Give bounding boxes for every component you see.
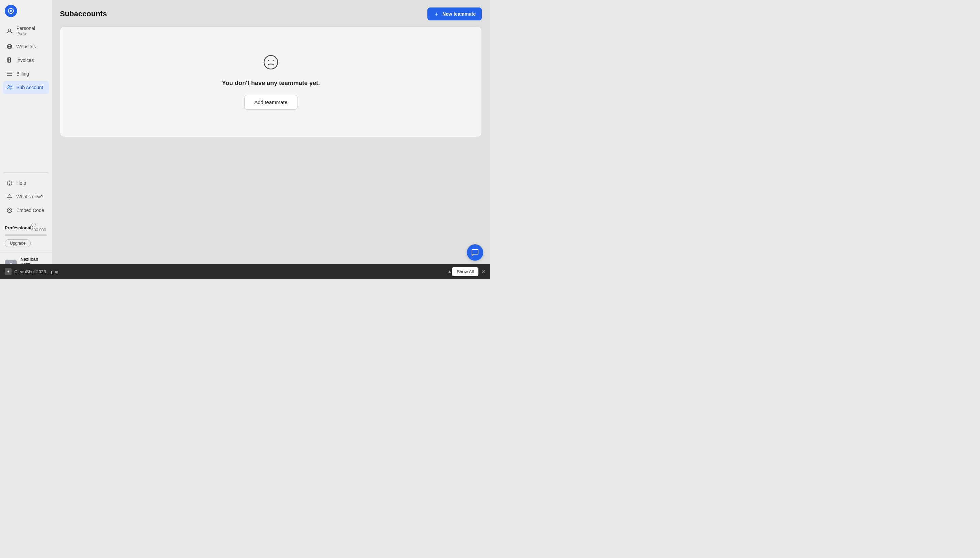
sidebar-nav: Personal Data Websites Invoices xyxy=(0,23,52,168)
filename-label: CleanShot 2023....png xyxy=(14,269,445,274)
app-logo[interactable] xyxy=(5,5,17,17)
svg-point-15 xyxy=(268,60,269,61)
bell-icon xyxy=(6,193,13,200)
plan-usage: 0 / 500.000 xyxy=(31,223,47,232)
svg-rect-5 xyxy=(8,58,11,62)
svg-point-16 xyxy=(273,60,274,61)
sidebar-item-websites[interactable]: Websites xyxy=(3,40,49,53)
bottom-bar: ✦ CleanShot 2023....png ▲ Show All × xyxy=(0,264,490,279)
plan-name: Professional xyxy=(5,225,31,230)
svg-point-14 xyxy=(264,56,277,69)
sidebar: Personal Data Websites Invoices xyxy=(0,0,52,279)
close-bottom-bar-button[interactable]: × xyxy=(481,268,485,275)
svg-point-2 xyxy=(8,29,11,31)
sidebar-item-invoices[interactable]: Invoices xyxy=(3,54,49,67)
sidebar-item-help[interactable]: Help xyxy=(3,177,49,190)
chat-fab-button[interactable] xyxy=(467,244,483,261)
svg-point-8 xyxy=(10,86,11,87)
sad-face-icon xyxy=(263,54,279,74)
add-teammate-button[interactable]: Add teammate xyxy=(244,95,297,110)
page-title: Subaccounts xyxy=(60,10,107,18)
sidebar-item-sub-account[interactable]: Sub Account xyxy=(3,81,49,94)
sidebar-item-embed-code[interactable]: Embed Code xyxy=(3,204,49,217)
svg-rect-6 xyxy=(7,72,12,76)
svg-rect-4 xyxy=(8,58,11,62)
show-all-button[interactable]: Show All xyxy=(452,267,478,276)
file-icon: ✦ xyxy=(5,268,11,275)
sidebar-divider xyxy=(3,172,48,172)
upgrade-button[interactable]: Upgrade xyxy=(5,239,31,247)
embed-icon xyxy=(6,207,13,214)
new-teammate-button[interactable]: ＋ New teammate xyxy=(427,8,482,20)
billing-icon xyxy=(6,71,13,77)
people-icon xyxy=(6,84,13,91)
main-header: Subaccounts ＋ New teammate xyxy=(52,0,490,26)
help-icon xyxy=(6,180,13,187)
globe-icon xyxy=(6,43,13,50)
svg-point-1 xyxy=(10,10,12,12)
empty-state-message: You don't have any teammate yet. xyxy=(222,80,320,87)
sidebar-item-billing[interactable]: Billing xyxy=(3,67,49,80)
chevron-up-icon[interactable]: ▲ xyxy=(448,269,452,274)
svg-point-7 xyxy=(8,85,10,87)
empty-state-card: You don't have any teammate yet. Add tea… xyxy=(60,26,482,137)
person-icon xyxy=(6,28,13,34)
invoice-icon xyxy=(6,57,13,64)
plus-icon: ＋ xyxy=(433,11,440,17)
sidebar-item-whats-new[interactable]: What's new? xyxy=(3,190,49,203)
plan-section: Professional 0 / 500.000 Upgrade xyxy=(0,220,52,252)
main-content: Subaccounts ＋ New teammate You don't hav… xyxy=(52,0,490,279)
sidebar-item-personal-data[interactable]: Personal Data xyxy=(3,23,49,39)
svg-point-10 xyxy=(9,184,10,185)
svg-point-11 xyxy=(7,208,12,213)
plan-progress-bar xyxy=(5,235,47,236)
sidebar-bottom-nav: Help What's new? Embed Code xyxy=(0,177,52,220)
svg-point-12 xyxy=(9,210,11,211)
